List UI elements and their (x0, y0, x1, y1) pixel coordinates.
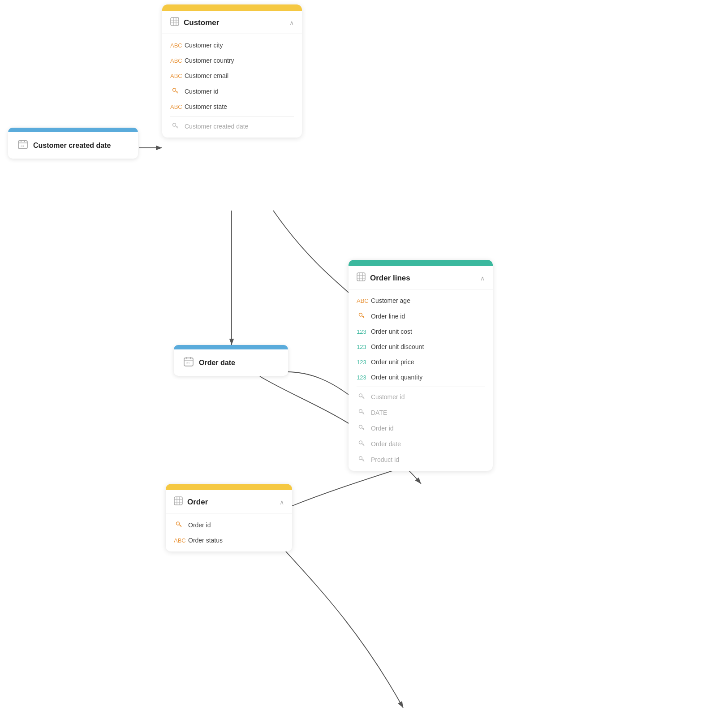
key-icon (357, 312, 366, 320)
svg-line-49 (363, 444, 364, 445)
svg-line-40 (363, 397, 364, 398)
123-icon: 123 (357, 374, 366, 381)
field-label: Order line id (371, 313, 405, 320)
svg-rect-30 (357, 273, 365, 281)
key-icon-gray (357, 409, 366, 416)
field-label: Product id (371, 456, 399, 463)
customer-card-header (162, 4, 302, 11)
abc-icon: ABC (170, 57, 180, 64)
123-icon: 123 (357, 328, 366, 335)
field-order-unit-cost: 123 Order unit cost (349, 324, 493, 339)
svg-line-52 (363, 460, 364, 461)
field-label: DATE (371, 409, 387, 416)
field-label: Customer country (185, 57, 234, 64)
field-label: Order id (371, 425, 394, 432)
key-icon-gray (357, 393, 366, 401)
abc-icon: ABC (174, 537, 184, 544)
customer-created-date-card[interactable]: 31 Customer created date (8, 128, 138, 159)
abc-icon: ABC (357, 297, 366, 304)
order-lines-card-header (349, 260, 493, 266)
field-customer-city: ABC Customer city (162, 38, 302, 53)
field-label: Customer state (185, 103, 227, 110)
svg-line-29 (180, 525, 181, 526)
field-customer-country: ABC Customer country (162, 53, 302, 68)
order-card-header (166, 484, 292, 490)
key-icon-gray (357, 424, 366, 432)
svg-text:31: 31 (21, 144, 24, 147)
customer-table-icon (170, 17, 179, 28)
field-customer-email: ABC Customer email (162, 68, 302, 83)
svg-line-37 (363, 316, 364, 317)
date-card-header (8, 128, 138, 132)
field-customer-id: Customer id (162, 83, 302, 99)
order-card[interactable]: Order ∧ Order id ABC Order status (166, 484, 292, 551)
field-label: Order unit quantity (371, 374, 422, 381)
field-label: Order date (371, 440, 401, 448)
key-icon (174, 521, 184, 529)
order-lines-card-title-row: Order lines ∧ (349, 266, 493, 289)
field-label: Customer age (371, 297, 410, 304)
field-label: Order unit cost (371, 328, 412, 335)
abc-icon: ABC (170, 42, 180, 49)
customer-card[interactable]: Customer ∧ ABC Customer city ABC Custome… (162, 4, 302, 138)
field-label: Customer id (185, 88, 218, 95)
abc-icon: ABC (170, 103, 180, 110)
divider (170, 116, 294, 116)
order-date-label: Order date (199, 359, 235, 367)
order-chevron-icon[interactable]: ∧ (280, 499, 284, 506)
123-icon: 123 (357, 344, 366, 350)
field-label: Customer id (371, 393, 405, 401)
key-icon-gray (357, 440, 366, 448)
field-customer-state: ABC Customer state (162, 99, 302, 114)
customer-card-title: Customer (184, 18, 285, 27)
order-card-fields: Order id ABC Order status (166, 513, 292, 551)
field-label: Order unit discount (371, 343, 424, 350)
order-card-title-row: Order ∧ (166, 490, 292, 513)
field-label: Customer email (185, 72, 228, 79)
key-icon (170, 87, 180, 95)
svg-line-16 (176, 126, 177, 127)
field-order-unit-price: 123 Order unit price (349, 354, 493, 370)
customer-created-date-label: Customer created date (33, 142, 111, 150)
svg-text:31: 31 (186, 362, 190, 365)
field-ol-customer-id: Customer id (349, 389, 493, 405)
svg-line-46 (363, 428, 364, 429)
field-order-line-id: Order line id (349, 308, 493, 324)
order-lines-card-title: Order lines (370, 274, 476, 283)
calendar-icon: 31 (18, 139, 28, 151)
order-lines-card-fields: ABC Customer age Order line id 123 Order… (349, 289, 493, 471)
field-label: Order unit price (371, 358, 414, 366)
svg-rect-6 (171, 17, 179, 26)
field-label: Order id (188, 521, 211, 529)
order-date-card-header (174, 345, 288, 349)
key-icon-gray (357, 456, 366, 463)
order-card-title: Order (187, 498, 275, 507)
field-order-status: ABC Order status (166, 533, 292, 548)
svg-line-43 (363, 413, 364, 414)
customer-card-title-row: Customer ∧ (162, 11, 302, 34)
field-order-unit-quantity: 123 Order unit quantity (349, 370, 493, 385)
field-ol-order-date: Order date (349, 436, 493, 452)
field-ol-date: DATE (349, 405, 493, 420)
svg-rect-22 (174, 497, 182, 505)
svg-line-13 (176, 91, 177, 92)
divider (357, 387, 485, 387)
order-table-icon (174, 496, 183, 508)
field-order-id: Order id (166, 517, 292, 533)
canvas: 31 Customer created date Customer ∧ (0, 0, 706, 728)
customer-card-fields: ABC Customer city ABC Customer country A… (162, 34, 302, 138)
key-icon-gray (170, 122, 180, 130)
field-customer-created-date: Customer created date (162, 118, 302, 134)
order-date-card[interactable]: 31 Order date (174, 345, 288, 376)
field-label: Customer city (185, 42, 223, 49)
field-order-unit-discount: 123 Order unit discount (349, 339, 493, 354)
abc-icon: ABC (170, 73, 180, 79)
field-label: Customer created date (185, 123, 248, 130)
customer-chevron-icon[interactable]: ∧ (289, 19, 294, 26)
order-lines-chevron-icon[interactable]: ∧ (480, 275, 485, 282)
field-ol-order-id: Order id (349, 420, 493, 436)
field-customer-age: ABC Customer age (349, 293, 493, 308)
field-label: Order status (188, 537, 223, 544)
calendar-icon: 31 (184, 357, 194, 369)
order-lines-card[interactable]: Order lines ∧ ABC Customer age Order lin… (349, 260, 493, 471)
